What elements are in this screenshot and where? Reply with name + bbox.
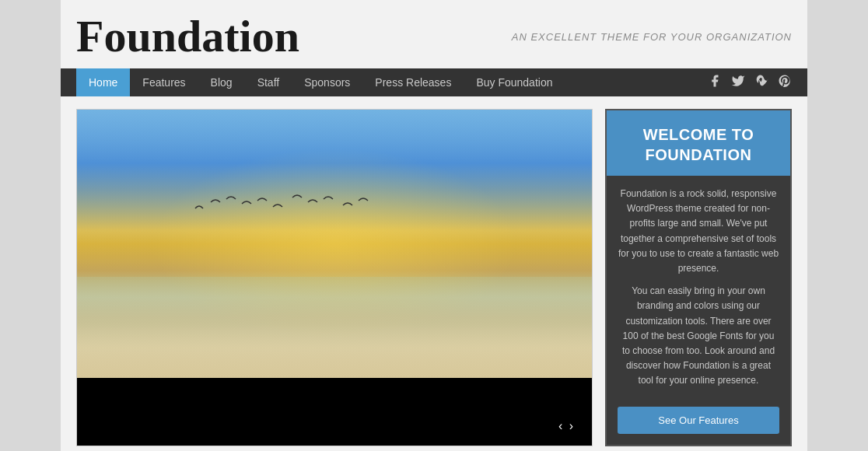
- nav-item-features[interactable]: Features: [130, 68, 198, 96]
- social-links: [708, 74, 792, 91]
- site-tagline: AN EXCELLENT THEME FOR YOUR ORGANIZATION: [512, 31, 792, 43]
- nav-item-buy-foundation[interactable]: Buy Foundation: [464, 68, 565, 96]
- nav-item-press-releases[interactable]: Press Releases: [362, 68, 464, 96]
- facebook-icon[interactable]: [708, 74, 722, 91]
- see-features-button[interactable]: See Our Features: [618, 407, 779, 434]
- nav-links: Home Features Blog Staff Sponsors Press …: [76, 68, 565, 96]
- slide-image: [77, 110, 592, 378]
- slide-nav-arrows[interactable]: ‹ ›: [551, 416, 583, 436]
- water-overlay: [77, 277, 592, 378]
- nav-item-home[interactable]: Home: [76, 68, 130, 96]
- pinterest-icon[interactable]: [778, 74, 792, 91]
- main-content: ‹ › WELCOME TO FOUNDATION Foundation is …: [61, 96, 807, 451]
- nav-item-blog[interactable]: Blog: [198, 68, 245, 96]
- birds-decoration: [180, 185, 382, 232]
- welcome-box: WELCOME TO FOUNDATION Foundation is a ro…: [605, 109, 792, 446]
- site-header: Foundation AN EXCELLENT THEME FOR YOUR O…: [61, 0, 807, 68]
- nav-item-staff[interactable]: Staff: [245, 68, 292, 96]
- welcome-heading: WELCOME TO FOUNDATION: [607, 110, 790, 176]
- main-nav: Home Features Blog Staff Sponsors Press …: [61, 68, 807, 96]
- slideshow: ‹ ›: [76, 109, 593, 446]
- vimeo-icon[interactable]: [754, 74, 768, 91]
- site-title: Foundation: [76, 14, 299, 59]
- welcome-body: Foundation is a rock solid, responsive W…: [607, 176, 790, 397]
- welcome-paragraph-2: You can easily bring in your own brandin…: [618, 284, 779, 388]
- twitter-icon[interactable]: [731, 74, 745, 91]
- nav-item-sponsors[interactable]: Sponsors: [292, 68, 362, 96]
- welcome-paragraph-1: Foundation is a rock solid, responsive W…: [618, 187, 779, 276]
